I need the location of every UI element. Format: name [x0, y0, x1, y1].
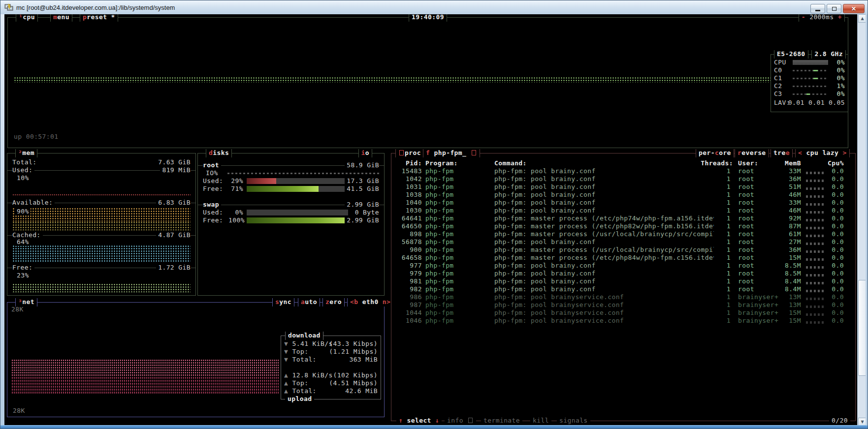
interval-minus-button[interactable]: -: [802, 14, 805, 21]
mem-cached-row: Cached:4.87 GiB: [12, 231, 191, 239]
process-cpu: 0.0: [824, 183, 844, 191]
process-row[interactable]: 981 php-fpm php-fpm: pool brainy.conf 1 …: [391, 277, 855, 285]
window-controls: ✕: [810, 4, 865, 13]
core-row: C1 0%: [774, 74, 845, 82]
interval-value: 2000ms: [809, 14, 834, 21]
process-cpu: 0.0: [824, 293, 844, 301]
process-cpu: 0.0: [824, 317, 844, 325]
process-user: root: [738, 199, 783, 207]
mem-used-row: Used:819 MiB: [12, 166, 191, 174]
process-row[interactable]: 1040 php-fpm php-fpm: pool brainy.conf 1…: [391, 199, 855, 207]
process-row[interactable]: 15483 php-fpm php-fpm: pool brainy.conf …: [391, 167, 855, 175]
process-mem: 92M: [780, 214, 801, 222]
process-user: brainyser+: [738, 309, 783, 317]
process-mem-graph: [806, 313, 825, 316]
download-title: download: [285, 332, 323, 340]
minimize-button[interactable]: [810, 4, 825, 13]
process-mem-graph: [806, 274, 825, 276]
cpu-total-meter: [793, 60, 828, 65]
cpu-frequency: 2.8 GHz: [811, 50, 846, 59]
process-command: php-fpm: master process (/etc/php82w/php…: [494, 222, 714, 230]
close-button[interactable]: ✕: [843, 4, 865, 13]
menu-button[interactable]: menu: [50, 14, 72, 22]
proc-filter-input[interactable]: f php-fpm_: [423, 149, 480, 157]
proc-footer-select[interactable]: ↑ select ↓: [396, 417, 442, 425]
process-row[interactable]: 900 php-fpm php-fpm: master process (/us…: [391, 246, 855, 254]
process-row[interactable]: 1038 php-fpm php-fpm: pool brainy.conf 1…: [391, 191, 855, 199]
proc-box: proc f php-fpm_ per-core reverse tree < …: [391, 153, 856, 421]
proc-footer-info[interactable]: info: [445, 417, 476, 425]
load-average-row: LAV: 0.01 0.01 0.05: [774, 99, 845, 107]
mem-free-percent: 23%: [15, 272, 31, 279]
net-upload-band: [11, 359, 280, 376]
process-row[interactable]: 1046 php-fpm php-fpm: pool brainyservice…: [391, 317, 855, 325]
process-row[interactable]: 979 php-fpm php-fpm: pool brainy.conf 1 …: [391, 270, 855, 277]
proc-footer-signals[interactable]: signals: [557, 417, 590, 425]
process-row[interactable]: 982 php-fpm php-fpm: pool brainy.conf 1 …: [391, 285, 855, 293]
net-upload-band-dark: [11, 376, 280, 394]
net-auto-toggle[interactable]: auto: [298, 298, 320, 306]
proc-percore-toggle[interactable]: per-core: [696, 149, 734, 157]
process-row[interactable]: 986 php-fpm php-fpm: pool brainyservice.…: [391, 293, 855, 301]
sort-next-button[interactable]: >: [843, 149, 847, 156]
iface-prev-button[interactable]: <b: [350, 298, 358, 306]
upload-arrow-icon: ▲: [284, 379, 288, 387]
proc-footer-terminate[interactable]: terminate: [481, 417, 522, 425]
mem-free-graph: [12, 283, 191, 292]
process-user: brainyser+: [738, 317, 783, 325]
window: mc [root@ub24.itdeveloper.com.ua]:/lib/s…: [0, 0, 868, 429]
iface-next-button[interactable]: n>: [383, 298, 390, 306]
process-mem-graph: [806, 180, 825, 182]
process-cpu: 0.0: [824, 262, 844, 270]
process-command: php-fpm: master process (/etc/php84w/php…: [494, 254, 714, 262]
terminal-screen: ¹cpu menu preset * 19:40:09 - 2000ms + u…: [4, 14, 857, 426]
proc-superscript-glyph: [399, 150, 404, 155]
process-row[interactable]: 64650 php-fpm php-fpm: master process (/…: [391, 222, 855, 230]
net-upload-spikes: [11, 394, 280, 411]
proc-reverse-toggle[interactable]: reverse: [735, 149, 769, 157]
process-row[interactable]: 987 php-fpm php-fpm: pool brainyservice.…: [391, 301, 855, 309]
process-row[interactable]: 898 php-fpm php-fpm: master process (/us…: [391, 230, 855, 238]
process-row[interactable]: 64658 php-fpm php-fpm: master process (/…: [391, 254, 855, 262]
process-program: php-fpm: [425, 230, 490, 238]
net-sync-toggle[interactable]: sync: [272, 298, 294, 306]
process-mem-graph: [806, 282, 825, 284]
process-row[interactable]: 56878 php-fpm php-fpm: pool brainy.conf …: [391, 238, 855, 246]
disks-io-toggle[interactable]: io: [358, 149, 372, 157]
process-row[interactable]: 64641 php-fpm php-fpm: master process (/…: [391, 214, 855, 222]
process-command: php-fpm: pool brainy.conf: [494, 277, 714, 285]
interval-plus-button[interactable]: +: [838, 14, 842, 21]
sort-prev-button[interactable]: <: [798, 149, 802, 156]
process-row[interactable]: 1031 php-fpm php-fpm: pool brainy.conf 1…: [391, 183, 855, 191]
preset-button[interactable]: preset *: [80, 14, 118, 22]
disks-box-title[interactable]: disks: [206, 149, 232, 157]
title-bar[interactable]: mc [root@ub24.itdeveloper.com.ua]:/lib/s…: [0, 0, 868, 14]
process-command: php-fpm: master process (/etc/php74w/php…: [494, 214, 714, 222]
down-arrow-icon[interactable]: ↓: [435, 417, 439, 424]
process-program: php-fpm: [425, 191, 490, 199]
mem-total-row: Total:7.63 GiB: [12, 158, 191, 166]
process-program: php-fpm: [425, 262, 490, 270]
clear-filter-icon[interactable]: [472, 150, 476, 155]
process-mem-graph: [806, 219, 825, 221]
cpu-box-title[interactable]: ¹cpu: [16, 14, 38, 22]
maximize-button[interactable]: [827, 4, 841, 13]
up-arrow-icon[interactable]: ↑: [399, 417, 403, 424]
process-row[interactable]: 1030 php-fpm php-fpm: pool brainy.conf 1…: [391, 207, 855, 214]
process-row[interactable]: 977 php-fpm php-fpm: pool brainy.conf 1 …: [391, 262, 855, 270]
disks-box: disks io root58.9 GiB IO% Used: 29% 17.3…: [197, 153, 385, 296]
proc-box-title[interactable]: proc: [395, 149, 424, 157]
mem-cached-graph: [12, 245, 191, 262]
proc-tree-toggle[interactable]: tree: [771, 149, 793, 157]
process-program: php-fpm: [425, 309, 490, 317]
net-zero-toggle[interactable]: zero: [322, 298, 345, 306]
process-pid: 900: [394, 246, 422, 254]
process-row[interactable]: 1044 php-fpm php-fpm: pool brainyservice…: [391, 309, 855, 317]
process-program: php-fpm: [425, 214, 490, 222]
proc-footer-kill[interactable]: kill: [530, 417, 551, 425]
mem-box-title[interactable]: ²mem: [15, 149, 37, 157]
process-pid: 981: [394, 277, 422, 285]
process-row[interactable]: 1042 php-fpm php-fpm: pool brainy.conf 1…: [391, 175, 855, 183]
process-pid: 1044: [394, 309, 422, 317]
process-cpu: 0.0: [824, 214, 844, 222]
